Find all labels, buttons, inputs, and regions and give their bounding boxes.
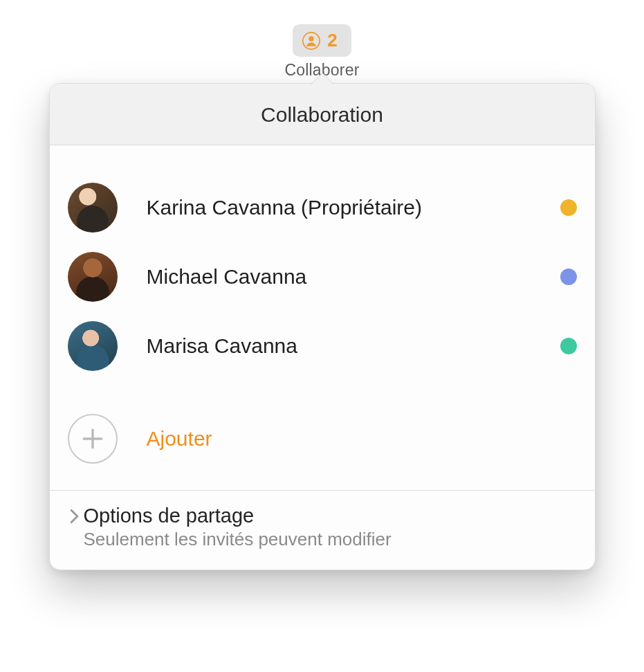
add-collaborator-label: Ajouter [147,427,212,451]
collaborator-row[interactable]: Karina Cavanna (Propriétaire) [65,173,580,242]
collaboration-popover: Collaboration Karina Cavanna (Propriétai… [49,83,596,570]
chevron-right-icon [69,509,80,524]
collaborate-button[interactable]: 2 [293,24,351,57]
person-badge-icon [302,32,320,50]
plus-icon [68,414,118,464]
collaborator-row[interactable]: Michael Cavanna [65,242,580,311]
add-collaborator-button[interactable]: Ajouter [50,389,595,490]
avatar [68,252,118,302]
presence-dot-icon [560,338,577,354]
presence-dot-icon [560,269,577,285]
svg-point-1 [309,36,314,41]
collaborator-count: 2 [327,30,337,51]
collaborator-name: Michael Cavanna [147,265,531,289]
presence-dot-icon [560,199,577,216]
share-options-title: Options de partage [84,505,255,527]
collaborate-toolbar: 2 Collaborer [284,24,359,80]
collaborator-name: Karina Cavanna (Propriétaire) [147,196,531,219]
avatar [68,183,118,233]
collaborator-row[interactable]: Marisa Cavanna [65,311,580,381]
collaborator-list: Karina Cavanna (Propriétaire) Michael Ca… [50,145,595,389]
avatar [68,321,118,371]
popover-title: Collaboration [50,84,595,145]
share-options-subtitle: Seulement les invités peuvent modifier [84,529,576,550]
share-options-row[interactable]: Options de partage Seulement les invités… [50,490,595,570]
collaborator-name: Marisa Cavanna [147,334,531,358]
